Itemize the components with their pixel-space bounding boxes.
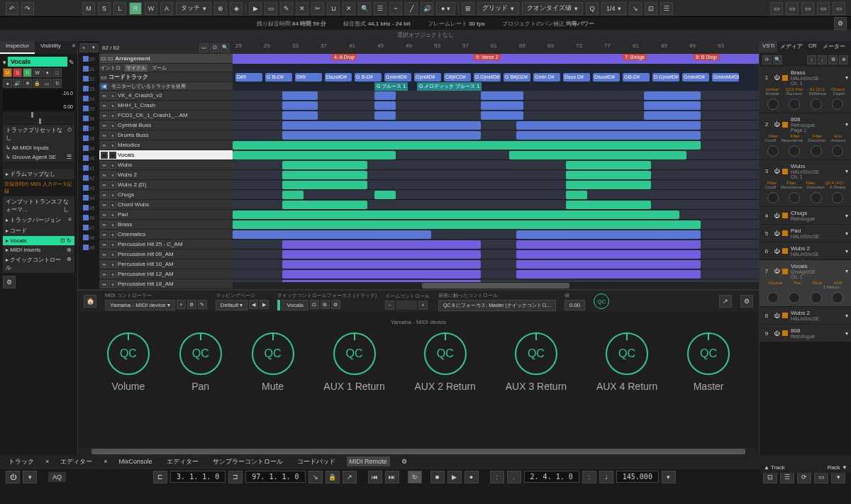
track-mute[interactable]: m (101, 261, 108, 268)
chord-event[interactable]: Dsus#D# (593, 73, 620, 82)
qc-knob[interactable]: QC (606, 332, 648, 375)
track-solo[interactable]: s (109, 251, 116, 258)
fader-1[interactable] (3, 112, 74, 118)
track-row[interactable]: msDrums Buss (99, 130, 233, 140)
qc-section[interactable]: ▸ クイックコントロール⊕ (3, 254, 74, 273)
arrange-lane[interactable] (233, 220, 759, 230)
track-row[interactable]: msWubs 2 (99, 170, 233, 180)
track-mute[interactable]: m (101, 181, 108, 189)
vsti-knob[interactable] (767, 192, 779, 203)
bottom-settings-icon[interactable]: ⚙ (399, 457, 410, 466)
cr-tab[interactable]: CR (806, 41, 820, 52)
rec-btn[interactable]: ● (3, 79, 12, 88)
select-tool[interactable]: ▶ (249, 2, 262, 15)
aq-label[interactable]: AQ (48, 472, 66, 482)
track-row[interactable]: msPercussive Hit 10_AM (99, 259, 233, 269)
mute-toggle[interactable]: M (82, 2, 95, 15)
track-mute[interactable]: m (101, 231, 108, 238)
track-mute[interactable]: m (101, 152, 108, 159)
clip[interactable] (282, 250, 481, 259)
record-btn[interactable]: ● (465, 471, 479, 483)
marker[interactable]: 5: Verse 2 (474, 54, 501, 60)
track-row[interactable]: msMHH_1_Crash (99, 101, 233, 111)
clip[interactable] (374, 191, 396, 199)
btn-5[interactable]: ▾ (43, 68, 52, 77)
track-mute[interactable]: m (101, 112, 108, 119)
redo-button[interactable]: ↷ (21, 2, 34, 15)
listen-toggle[interactable]: L (113, 2, 126, 15)
frz-btn[interactable]: ❄ (23, 79, 32, 88)
vsti-expand-icon[interactable]: ▾ (845, 168, 848, 174)
vsti-expand-icon[interactable]: ▾ (845, 213, 848, 219)
vsti-knob[interactable] (832, 292, 843, 303)
chord-event[interactable]: Dsus#D# (325, 73, 352, 82)
vsti-knob[interactable] (832, 99, 843, 110)
arrange-lane[interactable] (233, 150, 759, 160)
btn-6[interactable]: □ (52, 68, 62, 77)
settings-btn[interactable]: ⚙ (3, 276, 16, 289)
arrange-area[interactable]: 252933374145495357616569737781858993 D#9… (233, 41, 759, 289)
chord-event[interactable]: D#9 (295, 73, 322, 82)
qc-knob[interactable]: QC (179, 332, 222, 375)
clip[interactable] (282, 240, 481, 249)
clip[interactable] (644, 111, 701, 120)
layout-5[interactable]: ▭ (833, 2, 845, 15)
track-row[interactable]: msPercussive Hit 25 - C_AM (99, 240, 233, 250)
qc-cfg[interactable]: ⚙ (331, 300, 340, 309)
track-row[interactable]: msChugs (99, 190, 233, 200)
track-mute[interactable]: m (101, 271, 108, 278)
chord-event[interactable]: G B♭D# (265, 73, 292, 82)
tool-q1[interactable]: ↘ (629, 2, 642, 15)
vsti-knob[interactable] (789, 192, 800, 203)
settings-icon[interactable]: ⚙ (834, 17, 847, 30)
read-toggle[interactable]: R (129, 2, 142, 15)
controller-dropdown[interactable]: Yamaha - MIDI device ▾ (105, 300, 175, 310)
track-color[interactable] (83, 215, 89, 220)
vsti-power-icon[interactable]: ⏻ (774, 313, 779, 319)
inspector-tab[interactable]: Inspector (0, 41, 35, 54)
bottom-tab[interactable]: エディター (57, 456, 95, 468)
track-mute[interactable]: m (101, 92, 108, 99)
vsti-power-icon[interactable]: ⏻ (774, 121, 779, 128)
vsti-cfg[interactable]: ⚙ (828, 55, 838, 65)
vsti-knob[interactable] (789, 292, 800, 303)
punch-out[interactable]: 🔒 (326, 471, 340, 483)
bottom-tab[interactable]: MIDI Remote (347, 457, 390, 466)
track-color[interactable] (83, 205, 89, 211)
vsti-footer-track[interactable]: ▲ Track (764, 464, 785, 471)
track-color[interactable] (83, 145, 89, 151)
tool-02[interactable]: ◈ (230, 2, 243, 15)
clip[interactable] (516, 240, 701, 249)
vsti-knob[interactable] (767, 99, 779, 110)
vsti-knob[interactable] (811, 145, 822, 157)
clip[interactable] (282, 111, 318, 120)
track-row[interactable]: msWubs (99, 160, 233, 170)
bottom-tab[interactable]: コードパッド (294, 456, 338, 468)
clip[interactable] (516, 260, 701, 269)
chord-event[interactable]: Gmin D# (533, 73, 560, 82)
go-start[interactable]: ⏮ (368, 471, 382, 483)
play-btn[interactable]: ▶ (447, 471, 462, 483)
undo-button[interactable]: ↶ (6, 2, 18, 15)
snap-toggle[interactable]: ⊞ (462, 2, 474, 15)
clip[interactable] (481, 111, 523, 120)
qc-knob[interactable]: QC (515, 332, 557, 375)
vsti-tab[interactable]: VSTi (760, 41, 777, 52)
drummap-section[interactable]: ▸ ドラムマップなし (3, 169, 74, 179)
midi-in-section[interactable]: ↳ All MIDI Inputs (3, 143, 74, 152)
marker[interactable]: 7: Bridge (623, 54, 647, 60)
clip[interactable] (282, 101, 318, 110)
vsti-color[interactable] (782, 269, 788, 274)
clip[interactable] (374, 101, 396, 110)
clip[interactable] (282, 260, 481, 269)
chord-event[interactable]: Gmin#A#D# (712, 73, 739, 82)
clip[interactable] (233, 211, 679, 219)
chord-event[interactable]: G B#|GD# (504, 73, 530, 82)
track-solo[interactable]: s (109, 221, 116, 228)
arrange-lane[interactable] (233, 170, 759, 180)
arrange-lane[interactable] (233, 140, 759, 150)
arrange-lane[interactable] (233, 240, 759, 250)
track-solo[interactable]: s (109, 181, 116, 189)
track-color[interactable] (83, 175, 89, 181)
clip[interactable] (644, 101, 701, 110)
